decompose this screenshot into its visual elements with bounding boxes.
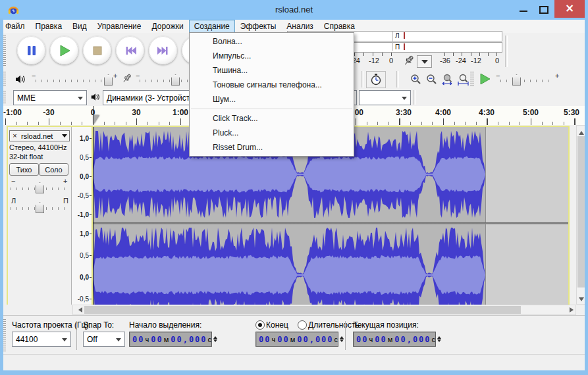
meter-left-label: Л	[395, 32, 400, 40]
arrow-right-icon	[570, 307, 576, 312]
selection-toolbar: Частота проекта (Гц): 44100 Snap To: Off…	[0, 315, 588, 355]
play-at-speed-icon	[478, 72, 491, 86]
pause-button[interactable]	[17, 36, 45, 64]
mute-button[interactable]: Тихо	[9, 163, 39, 176]
stop-button[interactable]	[83, 36, 111, 64]
radio-length[interactable]	[298, 320, 307, 330]
selection-start-time[interactable]: 00ч 00м 00,000с	[129, 332, 212, 347]
menu-item-pluck[interactable]: Pluck...	[190, 126, 354, 140]
play-button[interactable]	[50, 36, 78, 64]
track-info-depth: 32-bit float	[9, 153, 43, 161]
time-minutes[interactable]: 00	[277, 335, 289, 344]
menu-tracks[interactable]: Дорожки	[147, 20, 189, 33]
output-volume-slider[interactable]	[30, 71, 116, 88]
selection-start-label: Начало выделения:	[129, 320, 201, 330]
scroll-right-button[interactable]	[566, 305, 575, 314]
fit-project-icon	[441, 73, 454, 86]
menu-view[interactable]: Вид	[67, 20, 92, 33]
project-rate-combo[interactable]: 44100	[12, 332, 71, 347]
snap-to-combo[interactable]: Off	[83, 332, 125, 347]
close-icon: ×	[13, 132, 16, 139]
menu-file[interactable]: Файл	[0, 20, 30, 33]
current-position-time[interactable]: 00ч 00м 00,000с	[353, 332, 436, 347]
menu-item-risset-drum[interactable]: Risset Drum...	[190, 140, 354, 155]
forward-icon	[157, 44, 170, 57]
track-title-bar[interactable]: rsload.net	[19, 130, 70, 141]
scroll-left-button[interactable]	[73, 305, 83, 314]
radio-length-label[interactable]: Длительность	[308, 320, 360, 330]
input-scale--12: -12	[471, 57, 481, 64]
play-icon	[58, 44, 71, 57]
snap-to-label: Snap To:	[83, 320, 114, 330]
sync-lock-button[interactable]	[366, 71, 386, 88]
play-speed-slider[interactable]	[495, 71, 556, 88]
time-hours[interactable]: 00	[132, 335, 144, 344]
transcription-grabber[interactable]	[470, 72, 474, 87]
fit-project-button[interactable]	[440, 71, 455, 87]
timeline-label: 30	[132, 108, 140, 117]
skip-to-start-button[interactable]	[116, 36, 144, 64]
maximize-button[interactable]	[537, 4, 549, 16]
menu-item-chirp[interactable]: Импульс...	[190, 49, 354, 63]
time-seconds[interactable]: 00,000	[297, 335, 333, 344]
pan-slider[interactable]	[11, 197, 67, 214]
time-seconds[interactable]: 00,000	[171, 335, 207, 344]
gain-slider[interactable]	[11, 177, 67, 194]
menu-transport[interactable]: Управление	[92, 20, 147, 33]
time-hours[interactable]: 00	[259, 335, 271, 344]
menu-generate[interactable]: Создание	[189, 20, 235, 33]
time-minutes[interactable]: 00	[375, 335, 387, 344]
waveform-channel-2[interactable]	[93, 224, 568, 305]
menu-edit[interactable]: Правка	[30, 20, 68, 33]
minimize-button[interactable]	[518, 4, 529, 16]
close-button[interactable]: ×	[554, 0, 585, 18]
audio-host-combo[interactable]: MME	[13, 90, 87, 105]
chevron-down-icon	[402, 97, 407, 103]
menu-item-noise[interactable]: Шум...	[190, 92, 354, 107]
zoom-in-button[interactable]	[408, 71, 423, 87]
play-at-speed-button[interactable]	[477, 71, 492, 87]
chevron-down-icon	[62, 338, 67, 344]
output-volume-thumb[interactable]	[104, 74, 113, 86]
horizontal-scrollbar-row	[0, 305, 585, 315]
meter-clip-tick	[404, 32, 405, 39]
menu-item-click-track[interactable]: Click Track...	[190, 111, 354, 126]
time-seconds[interactable]: 00,000	[394, 335, 431, 344]
speaker-icon	[90, 92, 100, 102]
timeline-label: -30	[43, 108, 54, 117]
audio-host-value: MME	[14, 93, 76, 103]
horizontal-scroll-thumb[interactable]	[84, 306, 521, 314]
time-spinner[interactable]	[340, 334, 344, 344]
zoom-out-button[interactable]	[424, 71, 439, 87]
current-position-label: Текущая позиция:	[353, 320, 419, 330]
solo-button[interactable]: Соло	[39, 163, 68, 176]
chevron-down-icon	[78, 97, 83, 103]
radio-end-label[interactable]: Конец	[266, 320, 288, 330]
radio-end[interactable]	[255, 320, 265, 330]
meter-dropdown-button[interactable]	[417, 55, 432, 68]
gain-thumb[interactable]	[36, 182, 44, 193]
time-minutes[interactable]: 00	[151, 335, 163, 344]
input-device-combo[interactable]	[359, 90, 411, 105]
menu-item-dtmf[interactable]: Тоновые сигналы телефона...	[190, 78, 354, 92]
vertical-ruler[interactable]: 1,0 0,5 0,0 -0,5 -1,0 1,0 0,5 0,0 -0,5	[72, 127, 93, 305]
track-name: rsload.net	[19, 132, 62, 140]
time-spinner[interactable]	[437, 334, 441, 344]
waveform-svg-ch2[interactable]	[93, 224, 485, 305]
menu-effects[interactable]: Эффекты	[235, 20, 282, 33]
horizontal-scrollbar[interactable]	[72, 305, 576, 315]
time-hours[interactable]: 00	[356, 335, 368, 344]
window-frame-bottom	[0, 370, 588, 375]
fit-selection-button[interactable]	[456, 71, 471, 87]
time-spinner[interactable]	[213, 334, 217, 344]
menu-item-silence[interactable]: Тишина...	[190, 63, 354, 78]
selection-end-time[interactable]: 00ч 00м 00,000с	[255, 332, 338, 347]
menu-item-tone[interactable]: Волна...	[190, 34, 354, 49]
clip-right-edge	[485, 127, 486, 222]
pan-thumb[interactable]	[36, 202, 44, 213]
skip-to-end-button[interactable]	[149, 36, 177, 64]
input-volume-thumb[interactable]	[171, 74, 180, 86]
playhead-marker[interactable]	[94, 115, 99, 124]
play-speed-thumb[interactable]	[512, 74, 521, 86]
slider-ticks	[36, 80, 109, 82]
